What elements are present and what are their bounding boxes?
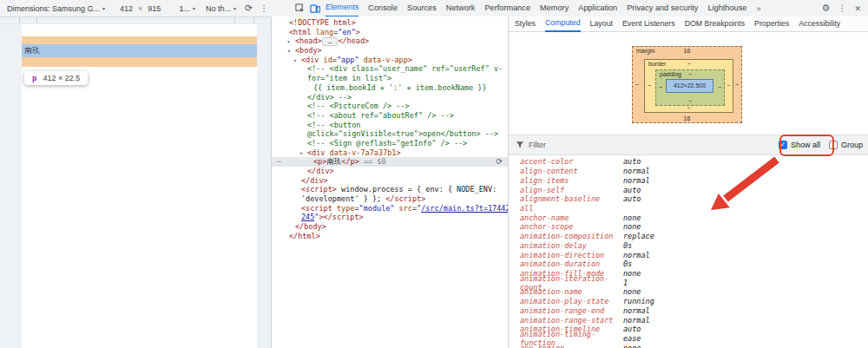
filter-input[interactable]: Filter (529, 141, 546, 149)
code-line[interactable]: <!-- <button (272, 121, 508, 130)
devtools-menu-icon[interactable]: ⋮ (838, 3, 846, 13)
margin-left-value[interactable]: − (635, 82, 639, 88)
sidebar-tab-properties[interactable]: Properties (754, 16, 789, 31)
border-right-value[interactable]: − (727, 82, 730, 89)
code-line[interactable]: <html lang="en"> (272, 28, 508, 37)
computed-property-row[interactable]: align-selfauto (509, 185, 868, 194)
computed-property-row[interactable]: animation-directionnormal (509, 250, 868, 259)
computed-property-row[interactable]: all (509, 204, 868, 213)
code-line[interactable]: </div> (272, 167, 508, 176)
tab-network[interactable]: Network (446, 0, 476, 16)
tab-sources[interactable]: Sources (407, 0, 437, 16)
code-line[interactable]: ▾<div id="app" data-v-app> (272, 56, 508, 65)
group-checkbox-icon[interactable] (829, 141, 838, 149)
computed-property-row[interactable]: animation-compositionreplace (509, 232, 868, 241)
code-line[interactable]: </div> --> (272, 93, 508, 102)
code-line[interactable]: for="item in list"> (272, 74, 508, 83)
device-toolbar-toggle-icon[interactable] (310, 3, 320, 13)
code-line[interactable]: {{ item.bookId + ':' + item.bookName }} (272, 83, 508, 93)
emulated-page[interactable]: 南玖 p 412 × 22.5 (22, 24, 257, 348)
show-all-toggle[interactable]: Show all (779, 141, 820, 149)
code-line[interactable]: <!-- <div class="user_name" ref="userRef… (272, 64, 508, 74)
computed-property-row[interactable]: app-regionnone (509, 343, 868, 348)
code-line[interactable]: 'development' } }; </script> (272, 194, 508, 204)
computed-property-row[interactable]: alignment-baselineauto (509, 194, 868, 204)
code-line[interactable]: </html> (272, 232, 508, 241)
code-line[interactable]: <!DOCTYPE html> (272, 18, 508, 28)
code-line[interactable]: 245"></script> (272, 213, 508, 222)
viewport-width-field[interactable]: 412 (120, 4, 133, 13)
computed-property-row[interactable]: anchor-scopenone (509, 222, 868, 232)
sidebar-tab-layout[interactable]: Layout (590, 16, 613, 31)
computed-property-row[interactable]: animation-namenone (509, 287, 868, 297)
box-model-content[interactable]: 412×22.500 (666, 79, 713, 93)
tab-performance[interactable]: Performance (484, 0, 530, 16)
margin-right-value[interactable]: − (735, 82, 739, 88)
box-model-border[interactable]: border − − − − padding − − − − 412×22.50… (644, 59, 733, 113)
code-line[interactable]: <!-- <PictureCom /> --> (272, 102, 508, 111)
gutter-dots-icon[interactable]: ⋯ (277, 157, 280, 167)
border-left-value[interactable]: − (648, 82, 651, 89)
computed-property-row[interactable]: animation-iteration-count1 (509, 278, 868, 287)
code-line[interactable]: ⋯⟳<p>南玖</p> == $0 (272, 157, 508, 167)
padding-bottom-value[interactable]: − (656, 98, 724, 104)
computed-property-row[interactable]: animation-timing-functionease (509, 334, 868, 344)
code-line[interactable]: ▾<body> (272, 46, 508, 56)
computed-property-row[interactable]: align-contentnormal (509, 167, 868, 176)
computed-property-row[interactable]: animation-delay0s (509, 240, 868, 250)
code-line[interactable]: <!-- <about ref="aboutRef" /> --> (272, 111, 508, 121)
padding-right-value[interactable]: − (718, 84, 721, 90)
margin-top-value[interactable]: 16 (633, 48, 741, 54)
tab-memory[interactable]: Memory (540, 0, 569, 16)
code-line[interactable]: @click="signVisible=true">open</button> … (272, 129, 508, 139)
tab-lighthouse[interactable]: Lighthouse (707, 0, 746, 16)
computed-property-row[interactable]: animation-range-endnormal (509, 306, 868, 316)
show-all-checkbox-icon[interactable] (779, 141, 787, 149)
margin-bottom-value[interactable]: 16 (633, 115, 741, 121)
show-all-label: Show all (791, 141, 820, 149)
computed-property-row[interactable]: animation-range-startnormal (509, 315, 868, 325)
viewport-height-field[interactable]: 915 (148, 4, 161, 13)
close-icon[interactable]: ✕ (854, 4, 861, 13)
gear-icon[interactable]: ⚙ (822, 3, 831, 14)
device-select[interactable]: Dimensions: Samsung G... ▾ (7, 4, 105, 13)
inspect-icon[interactable] (295, 3, 305, 13)
box-model-margin[interactable]: margin 16 16 − − border − − − − padding … (632, 46, 742, 123)
highlighted-element[interactable]: 南玖 (22, 44, 257, 57)
sidebar-tab-accessibility[interactable]: Accessibility (799, 16, 840, 31)
code-line[interactable]: ▾<div data-v-7a7a37b1> (272, 148, 508, 158)
throttling-select[interactable]: No th... ▾ (206, 4, 236, 13)
device-toolbar-menu-icon[interactable]: ⋮ (260, 3, 268, 13)
code-line[interactable]: </body> (272, 222, 508, 232)
tab-application[interactable]: Application (578, 0, 617, 16)
border-bottom-value[interactable]: − (645, 105, 733, 111)
code-line[interactable]: <!-- <Sign @reflash="getInfo" /> --> (272, 139, 508, 148)
tab-elements[interactable]: Elements (326, 0, 358, 17)
rotate-icon[interactable]: ⟳ (245, 3, 253, 14)
sidebar-tab-computed[interactable]: Computed (545, 16, 581, 32)
rescan-icon[interactable]: ⟳ (496, 157, 503, 167)
more-tabs-icon[interactable]: » (756, 4, 760, 13)
computed-property-row[interactable]: animation-play-staterunning (509, 297, 868, 306)
computed-property-row[interactable]: anchor-namenone (509, 213, 868, 222)
computed-property-row[interactable]: animation-duration0s (509, 259, 868, 269)
tab-privacy-and-security[interactable]: Privacy and security (627, 0, 698, 16)
padding-left-value[interactable]: − (659, 84, 662, 90)
tab-console[interactable]: Console (368, 0, 398, 16)
zoom-select[interactable]: 1... ▾ (179, 4, 195, 13)
property-value: ease (623, 334, 641, 343)
border-top-value[interactable]: − (645, 61, 733, 67)
computed-property-row[interactable]: align-itemsnormal (509, 175, 868, 185)
computed-property-row[interactable]: accent-colorauto (509, 157, 868, 167)
padding-top-value[interactable]: − (656, 71, 724, 77)
code-token: data-v-7a7a37b1 (325, 148, 396, 157)
sidebar-tab-event-listeners[interactable]: Event Listeners (622, 16, 675, 31)
code-line[interactable]: ▸<head> … </head> (272, 36, 508, 46)
sidebar-tab-dom-breakpoints[interactable]: DOM Breakpoints (685, 16, 745, 31)
code-line[interactable]: <script type="module" src="/src/main.ts?… (272, 204, 508, 213)
group-toggle[interactable]: Group (829, 141, 863, 149)
code-line[interactable]: <script> window.process = { env: { NODE_… (272, 185, 508, 194)
sidebar-tab-styles[interactable]: Styles (515, 16, 536, 31)
box-model-padding[interactable]: padding − − − − 412×22.500 (655, 69, 725, 106)
code-line[interactable]: </div> (272, 176, 508, 186)
